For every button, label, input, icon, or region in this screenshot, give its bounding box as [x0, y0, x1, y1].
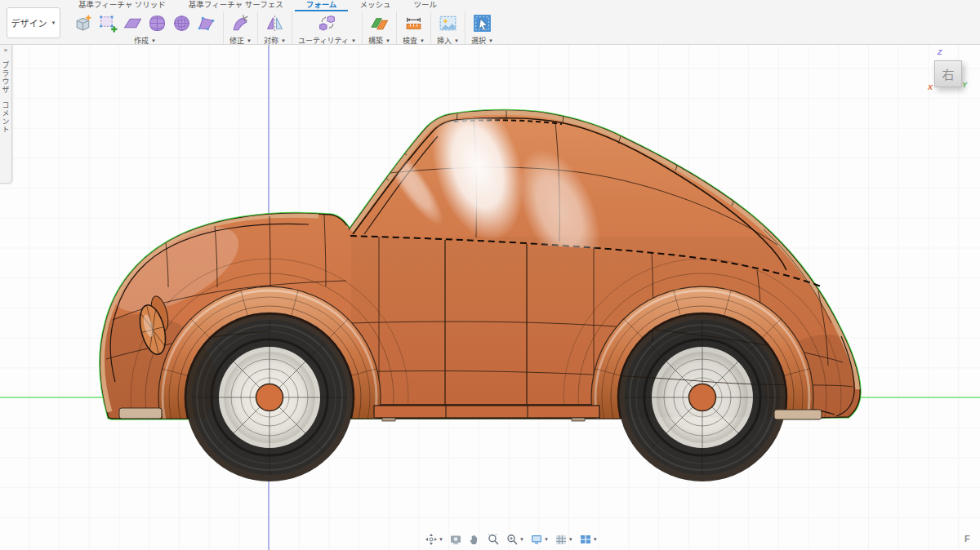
- utilities-menu[interactable]: ユーティリティ▼: [298, 35, 356, 46]
- group-utilities: ユーティリティ▼: [292, 11, 362, 46]
- group-select: 選択▼: [466, 11, 499, 46]
- tab-mesh[interactable]: メッシュ: [348, 0, 402, 11]
- select-menu[interactable]: 選択▼: [471, 35, 493, 46]
- top-toolbar: デザイン ▼ 基準フィーチャ ソリッド 基準フィーチャ サーフェス フォーム メ…: [0, 0, 980, 45]
- chevron-down-icon: ▼: [151, 38, 156, 43]
- viewcube-face-label: 右: [942, 65, 954, 82]
- orbit-icon: [425, 533, 438, 546]
- viewport-canvas[interactable]: [0, 0, 980, 550]
- fusion-window: デザイン ▼ 基準フィーチャ ソリッド 基準フィーチャ サーフェス フォーム メ…: [0, 0, 980, 550]
- chevron-down-icon: ▼: [519, 537, 524, 542]
- chevron-down-icon: ▼: [544, 537, 549, 542]
- zoom-window-icon: [506, 533, 519, 546]
- zoom-icon: [487, 533, 500, 546]
- symmetry-menu[interactable]: 対称▼: [264, 35, 286, 46]
- tab-tools[interactable]: ツール: [402, 0, 448, 11]
- face-plus-icon[interactable]: [97, 12, 119, 34]
- look-at-button[interactable]: [448, 532, 464, 547]
- workspace-label: デザイン: [11, 16, 47, 29]
- edit-form-icon[interactable]: [229, 12, 252, 34]
- create-menu[interactable]: 作成▼: [134, 35, 156, 46]
- group-insert: 挿入▼: [431, 11, 465, 46]
- navigation-bar: ▼ ▼ ▼ ▼ ▼: [423, 531, 599, 548]
- construct-plane-icon[interactable]: [368, 12, 390, 34]
- face-icon[interactable]: [195, 12, 217, 34]
- group-inspect: 検査▼: [397, 11, 430, 46]
- chevron-down-icon: ▼: [351, 38, 356, 43]
- axis-z-label: Z: [938, 48, 942, 56]
- group-modify: 修正▼: [224, 11, 257, 46]
- zoom-window-button[interactable]: ▼: [504, 532, 526, 547]
- axis-y-label: Y: [962, 81, 967, 89]
- grid-snaps-button[interactable]: ▼: [553, 532, 575, 547]
- zoom-button[interactable]: [485, 532, 501, 547]
- mirror-icon[interactable]: [264, 12, 286, 34]
- expand-panel-icon[interactable]: »: [4, 47, 7, 54]
- pan-hand-icon: [468, 533, 481, 546]
- chevron-down-icon: ▼: [568, 537, 573, 542]
- viewcube-widget: Z 右 X Y: [921, 46, 978, 95]
- axis-x-label: X: [928, 83, 933, 91]
- chevron-down-icon: ▼: [488, 38, 493, 43]
- group-symmetry: 対称▼: [258, 11, 292, 46]
- collapsed-panels: » ブラウザ コメント: [0, 45, 12, 184]
- convert-icon[interactable]: [316, 12, 338, 34]
- tab-form[interactable]: フォーム: [295, 0, 349, 11]
- create-form-box-icon[interactable]: [73, 12, 95, 34]
- chevron-down-icon: ▼: [385, 38, 390, 43]
- display-settings-button[interactable]: ▼: [528, 532, 550, 547]
- look-at-icon: [449, 533, 462, 546]
- construct-menu[interactable]: 構築▼: [368, 35, 390, 46]
- grid-snaps-icon: [555, 533, 568, 546]
- tab-surface[interactable]: 基準フィーチャ サーフェス: [177, 0, 295, 11]
- chevron-down-icon: ▼: [420, 38, 425, 43]
- measure-icon[interactable]: [403, 12, 425, 34]
- cylinder-icon[interactable]: [146, 12, 168, 34]
- toolbar-tabs: 基準フィーチャ ソリッド 基準フィーチャ サーフェス フォーム メッシュ ツール: [67, 0, 448, 11]
- pan-button[interactable]: [466, 532, 483, 547]
- modify-menu[interactable]: 修正▼: [229, 35, 252, 46]
- orbit-button[interactable]: ▼: [423, 532, 445, 547]
- browser-panel-tab[interactable]: ブラウザ: [1, 61, 11, 94]
- insert-canvas-icon[interactable]: [437, 12, 459, 34]
- comments-panel-tab[interactable]: コメント: [1, 101, 11, 134]
- tab-solid[interactable]: 基準フィーチャ ソリッド: [67, 0, 177, 11]
- chevron-down-icon: ▼: [51, 20, 56, 25]
- front-bumper[interactable]: [119, 408, 162, 419]
- viewcube[interactable]: 右: [934, 60, 962, 87]
- chevron-down-icon: ▼: [593, 537, 598, 542]
- chevron-down-icon: ▼: [439, 537, 443, 542]
- insert-menu[interactable]: 挿入▼: [437, 35, 459, 46]
- viewports-icon: [579, 533, 592, 546]
- workspace-switcher[interactable]: デザイン ▼: [7, 7, 60, 38]
- viewports-button[interactable]: ▼: [577, 532, 599, 547]
- front-hub-cap: [256, 384, 283, 411]
- watermark-letter: F: [964, 534, 970, 543]
- chevron-down-icon: ▼: [281, 38, 286, 43]
- ribbon-groups: 作成▼ 修正▼ 対称▼: [67, 11, 499, 46]
- chevron-down-icon: ▼: [454, 38, 459, 43]
- inspect-menu[interactable]: 検査▼: [403, 35, 425, 46]
- select-icon[interactable]: [471, 12, 493, 34]
- display-settings-icon: [530, 533, 543, 546]
- sphere-icon[interactable]: [171, 12, 193, 34]
- plane-icon[interactable]: [122, 12, 144, 34]
- group-construct: 構築▼: [363, 11, 396, 46]
- rear-bumper[interactable]: [774, 410, 822, 419]
- chevron-down-icon: ▼: [247, 38, 252, 43]
- group-create: 作成▼: [67, 11, 223, 46]
